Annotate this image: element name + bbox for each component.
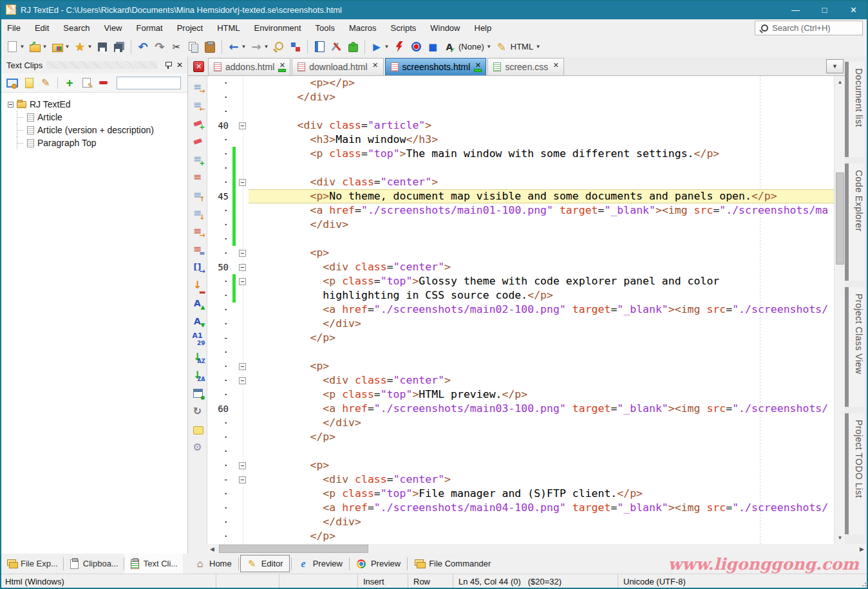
maximize-button[interactable]: □	[810, 0, 839, 19]
menu-help[interactable]: Help	[467, 19, 499, 37]
code-line[interactable]: · highlighting in CSS source code.</p>	[207, 288, 834, 303]
code-line[interactable]: · </div>	[207, 218, 834, 232]
code-line[interactable]: · </div>	[207, 416, 834, 430]
favorites-button[interactable]: ▼	[71, 40, 94, 54]
clip-filter-input[interactable]	[117, 77, 181, 89]
code-line[interactable]: · <p>	[207, 246, 834, 260]
pin-icon[interactable]	[164, 61, 173, 70]
clip-remove-button[interactable]	[95, 76, 111, 90]
code-line[interactable]: · </p>	[207, 430, 834, 444]
settings-icon[interactable]	[191, 440, 205, 454]
clip-edit-item-button[interactable]	[78, 76, 95, 90]
code-line[interactable]: · <p class="top">Glossy theme with code …	[207, 274, 834, 288]
undo-button[interactable]	[135, 40, 151, 54]
sync-edit-button[interactable]	[287, 40, 304, 54]
run-button[interactable]: ▼	[368, 40, 391, 54]
tree-item[interactable]: Article	[1, 111, 187, 124]
scroll-left-arrow[interactable]: ◀	[207, 544, 217, 554]
uppercase-icon[interactable]	[191, 296, 205, 310]
open-project-button[interactable]: ▼	[49, 40, 71, 54]
bookmark-add-icon[interactable]	[191, 116, 205, 130]
panel-close-icon[interactable]: ✕	[175, 61, 185, 70]
code-line[interactable]: ·	[207, 444, 834, 458]
code-line[interactable]: · </div>	[207, 317, 834, 331]
dropdown-arrow-icon[interactable]: ▼	[384, 44, 390, 50]
fold-collapse-icon[interactable]	[239, 250, 246, 257]
save-all-button[interactable]	[111, 40, 127, 54]
clip-new-button[interactable]	[21, 76, 37, 90]
bookmark-remove-icon[interactable]	[191, 134, 205, 148]
code-line[interactable]: ·	[207, 345, 834, 359]
menu-tools[interactable]: Tools	[308, 19, 342, 37]
document-tab-download-html[interactable]: download.html✕	[292, 58, 383, 75]
add-line-icon[interactable]	[191, 152, 205, 166]
save-button[interactable]	[94, 40, 111, 54]
goto-bracket-icon[interactable]	[191, 260, 205, 274]
code-line[interactable]: 40 <div class="article">	[207, 118, 834, 133]
dropdown-arrow-icon[interactable]: ▼	[486, 44, 492, 50]
scroll-right-arrow[interactable]: ▶	[857, 544, 867, 554]
sort-ascending-icon[interactable]	[191, 350, 205, 364]
view-tab-preview[interactable]: Preview	[292, 554, 349, 574]
menu-search-box[interactable]	[755, 21, 863, 35]
tree-item[interactable]: Paragraph Top	[1, 136, 187, 149]
number-lines-icon[interactable]	[191, 332, 205, 346]
highlighter-button[interactable]: HTML▼	[493, 40, 542, 54]
redo-button[interactable]	[151, 40, 168, 54]
dropdown-arrow-icon[interactable]: ▼	[263, 44, 269, 50]
collapse-box-icon[interactable]	[8, 102, 14, 108]
panel-header-grip[interactable]	[46, 61, 158, 69]
code-line[interactable]: · </p>	[207, 529, 834, 543]
view-tab-file-commander[interactable]: File Commander	[408, 554, 497, 574]
dropdown-arrow-icon[interactable]: ▼	[64, 44, 70, 50]
code-line[interactable]: - <div class="center">	[207, 472, 834, 487]
sort-descending-icon[interactable]	[191, 368, 205, 382]
code-line[interactable]: · </div>	[207, 90, 834, 104]
menu-window[interactable]: Window	[423, 19, 467, 37]
vertical-scrollbar[interactable]: ▲ ▼	[834, 76, 845, 544]
tab-close-icon[interactable]: ✕	[372, 62, 378, 68]
document-tab-screen-css[interactable]: screen.css✕	[487, 58, 564, 75]
code-line[interactable]: 45 <p>No theme, document map visible and…	[207, 189, 834, 203]
fold-collapse-icon[interactable]	[239, 179, 246, 186]
panel-tab-textcli[interactable]: Text Cli...	[124, 554, 183, 574]
open-button[interactable]: ▼	[26, 40, 49, 54]
clip-insert-button[interactable]	[4, 76, 21, 90]
menu-environment[interactable]: Environment	[247, 19, 308, 37]
move-line-up-icon[interactable]	[191, 188, 205, 202]
code-line[interactable]: · <div class="center">	[207, 373, 834, 388]
close-document-button[interactable]: ✕	[193, 61, 204, 72]
tree-item[interactable]: Article (version + description)	[1, 124, 187, 136]
view-tab-preview[interactable]: Preview	[350, 554, 407, 574]
insert-datetime-icon[interactable]	[191, 386, 205, 400]
code-line[interactable]: · <h3>Main window</h3>	[207, 133, 834, 147]
side-tab-document-list[interactable]: Document list	[845, 62, 864, 157]
quick-run-button[interactable]	[391, 40, 408, 54]
move-line-down-icon[interactable]	[191, 206, 205, 220]
forward-button[interactable]: ▼	[248, 40, 270, 54]
back-button[interactable]: ▼	[225, 40, 248, 54]
join-lines-icon[interactable]	[191, 224, 205, 238]
document-tab-addons-html[interactable]: addons.html✕	[208, 58, 290, 75]
code-line[interactable]: 60 <a href="./screenshots/main03-100.png…	[207, 402, 834, 416]
panel-tab-fileexp[interactable]: File Exp...	[1, 554, 63, 574]
fold-collapse-icon[interactable]	[239, 377, 246, 384]
code-line[interactable]: · <p class="top">HTML preview.</p>	[207, 388, 834, 402]
dropdown-arrow-icon[interactable]: ▼	[87, 44, 93, 50]
code-line[interactable]: - </p>	[207, 331, 834, 345]
side-tab-project-class-view[interactable]: Project Class View	[845, 287, 864, 407]
horizontal-scroll-thumb[interactable]	[219, 545, 368, 553]
menu-format[interactable]: Format	[129, 19, 170, 37]
sticky-note-icon[interactable]	[191, 422, 205, 436]
side-tab-project-todo-list[interactable]: Project TODO List	[845, 413, 864, 534]
tree-root[interactable]: RJ TextEd	[1, 98, 187, 111]
menu-edit[interactable]: Edit	[28, 19, 56, 37]
menu-macros[interactable]: Macros	[342, 19, 384, 37]
fold-collapse-icon[interactable]	[239, 122, 246, 129]
menu-view[interactable]: View	[97, 19, 129, 37]
code-line[interactable]: · <p class="top">File manager and (S)FTP…	[207, 487, 834, 501]
fold-collapse-icon[interactable]	[239, 264, 246, 271]
clip-edit-button[interactable]	[37, 76, 54, 90]
menu-project[interactable]: Project	[170, 19, 210, 37]
tools-button[interactable]	[328, 40, 344, 54]
